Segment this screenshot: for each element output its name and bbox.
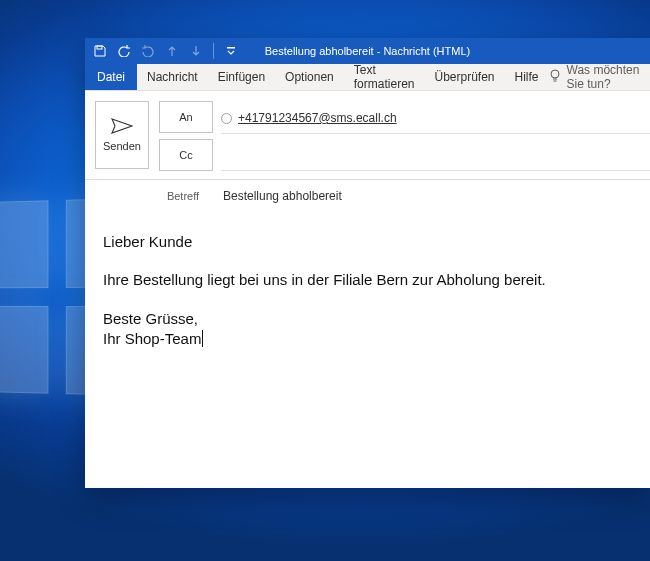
recipient-type-icon bbox=[221, 113, 232, 124]
tell-me-label: Was möchten Sie tun? bbox=[567, 63, 642, 91]
body-signoff-1: Beste Grüsse, bbox=[103, 309, 632, 329]
undo-icon[interactable] bbox=[115, 42, 133, 60]
send-label: Senden bbox=[103, 140, 141, 152]
arrow-up-icon[interactable] bbox=[163, 42, 181, 60]
tab-review[interactable]: Überprüfen bbox=[424, 64, 504, 90]
to-button[interactable]: An bbox=[159, 101, 213, 133]
arrow-down-icon[interactable] bbox=[187, 42, 205, 60]
save-icon[interactable] bbox=[91, 42, 109, 60]
tab-options[interactable]: Optionen bbox=[275, 64, 344, 90]
ribbon-tabs: Datei Nachricht Einfügen Optionen Text f… bbox=[85, 64, 650, 91]
title-bar: Bestellung abholbereit - Nachricht (HTML… bbox=[85, 38, 650, 64]
send-icon bbox=[111, 118, 133, 134]
message-header: Senden An Cc +41791234567@sms.ecall.ch bbox=[85, 91, 650, 180]
tab-format[interactable]: Text formatieren bbox=[344, 64, 425, 90]
svg-rect-1 bbox=[227, 47, 235, 49]
svg-rect-0 bbox=[97, 46, 102, 49]
svg-point-2 bbox=[551, 70, 559, 78]
windows-desktop: Bestellung abholbereit - Nachricht (HTML… bbox=[0, 0, 650, 561]
quick-access-toolbar bbox=[85, 38, 246, 64]
outlook-compose-window: Bestellung abholbereit - Nachricht (HTML… bbox=[85, 38, 650, 488]
toolbar-separator bbox=[213, 43, 214, 59]
send-button[interactable]: Senden bbox=[95, 101, 149, 169]
tab-message[interactable]: Nachricht bbox=[137, 64, 208, 90]
to-field[interactable]: +41791234567@sms.ecall.ch bbox=[221, 103, 650, 134]
lightbulb-icon bbox=[549, 69, 561, 86]
cc-field[interactable] bbox=[221, 140, 650, 171]
subject-row: Betreff Bestellung abholbereit bbox=[85, 180, 650, 208]
tab-insert[interactable]: Einfügen bbox=[208, 64, 275, 90]
body-line-1: Ihre Bestellung liegt bei uns in der Fil… bbox=[103, 270, 632, 290]
cc-button[interactable]: Cc bbox=[159, 139, 213, 171]
subject-field[interactable]: Bestellung abholbereit bbox=[223, 189, 342, 203]
tell-me-search[interactable]: Was möchten Sie tun? bbox=[549, 64, 650, 90]
to-recipient[interactable]: +41791234567@sms.ecall.ch bbox=[238, 111, 397, 125]
tab-file[interactable]: Datei bbox=[85, 64, 137, 90]
body-greeting: Lieber Kunde bbox=[103, 232, 632, 252]
subject-label: Betreff bbox=[157, 190, 209, 202]
tab-help[interactable]: Hilfe bbox=[505, 64, 549, 90]
redo-icon[interactable] bbox=[139, 42, 157, 60]
message-body[interactable]: Lieber Kunde Ihre Bestellung liegt bei u… bbox=[85, 208, 650, 488]
customize-toolbar-icon[interactable] bbox=[222, 42, 240, 60]
body-signoff-2: Ihr Shop-Team bbox=[103, 329, 632, 349]
